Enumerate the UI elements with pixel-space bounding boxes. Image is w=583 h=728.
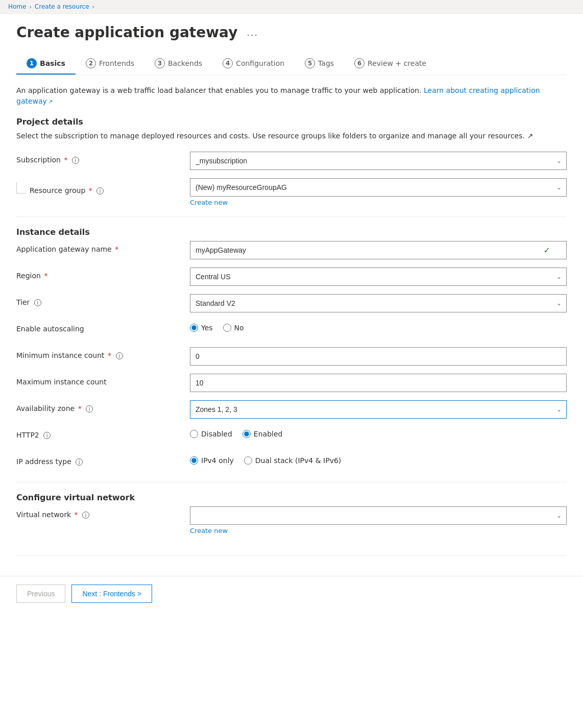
create-new-rg-link[interactable]: Create new: [190, 199, 228, 206]
min-count-info-icon[interactable]: i: [116, 352, 123, 359]
gateway-name-check-icon: ✓: [544, 246, 550, 255]
page-title: Create application gateway: [16, 24, 237, 41]
vnet-info-icon[interactable]: i: [82, 512, 89, 519]
ip-type-ipv4-radio[interactable]: [190, 456, 198, 465]
tier-dropdown-wrapper: Standard V2 ⌄: [190, 294, 567, 312]
avail-zone-select[interactable]: Zones 1, 2, 3: [190, 400, 567, 419]
subscription-label: Subscription: [16, 156, 61, 164]
ip-type-info-icon[interactable]: i: [76, 458, 83, 466]
subscription-select[interactable]: _mysubscription: [190, 152, 567, 170]
previous-button[interactable]: Previous: [16, 585, 65, 603]
ip-type-dual-text: Dual stack (IPv4 & IPv6): [255, 456, 341, 465]
tab-configuration[interactable]: 4 Configuration: [212, 53, 295, 75]
ip-type-radio-group: IPv4 only Dual stack (IPv4 & IPv6): [190, 453, 567, 465]
ip-type-label: IP address type: [16, 457, 71, 466]
http2-disabled-label[interactable]: Disabled: [190, 430, 232, 438]
region-row: Region * Central US ⌄: [16, 268, 567, 286]
tabs-bar: 1 Basics 2 Frontends 3 Backends 4 Config…: [16, 53, 567, 75]
autoscaling-yes-label[interactable]: Yes: [190, 324, 213, 332]
vnet-dropdown-wrapper: ⌄: [190, 506, 567, 525]
vnet-label-col: Virtual network * i: [16, 506, 190, 519]
http2-enabled-label[interactable]: Enabled: [242, 430, 283, 438]
gateway-name-label: Application gateway name: [16, 245, 112, 253]
resource-group-required: *: [89, 186, 92, 195]
ellipsis-button[interactable]: ...: [244, 26, 261, 39]
ip-type-control: IPv4 only Dual stack (IPv4 & IPv6): [190, 453, 567, 465]
max-count-row: Maximum instance count: [16, 374, 567, 392]
tier-select[interactable]: Standard V2: [190, 294, 567, 312]
vnet-label: Virtual network: [16, 511, 71, 519]
avail-zone-dropdown-wrapper: Zones 1, 2, 3 ⌄: [190, 400, 567, 419]
avail-zone-info-icon[interactable]: i: [86, 405, 93, 412]
subscription-dropdown-wrapper: _mysubscription ⌄: [190, 152, 567, 170]
subscription-control: _mysubscription ⌄: [190, 152, 567, 170]
tab-review-create[interactable]: 6 Review + create: [344, 53, 436, 75]
tab-basics[interactable]: 1 Basics: [16, 53, 76, 75]
subscription-info-icon[interactable]: i: [72, 157, 79, 164]
ip-type-ipv4-label[interactable]: IPv4 only: [190, 456, 234, 465]
tier-info-icon[interactable]: i: [34, 299, 41, 306]
subscription-row: Subscription * i _mysubscription ⌄: [16, 152, 567, 170]
autoscaling-yes-radio[interactable]: [190, 324, 198, 332]
resource-group-label-col: Resource group * i: [16, 178, 190, 195]
avail-zone-row: Availability zone * i Zones 1, 2, 3 ⌄: [16, 400, 567, 419]
resource-group-info-icon[interactable]: i: [96, 187, 104, 195]
autoscaling-radio-group: Yes No: [190, 321, 567, 332]
region-control: Central US ⌄: [190, 268, 567, 286]
vnet-select[interactable]: [190, 506, 567, 525]
resource-group-select[interactable]: (New) myResourceGroupAG: [190, 178, 567, 197]
breadcrumb-sep1: ›: [29, 4, 31, 10]
http2-enabled-radio[interactable]: [242, 430, 251, 438]
tab-tags-label: Tags: [318, 59, 334, 67]
tab-frontends[interactable]: 2 Frontends: [76, 53, 144, 75]
project-details-desc: Select the subscription to manage deploy…: [16, 131, 567, 141]
min-count-label: Minimum instance count: [16, 351, 105, 359]
tab-review-number: 6: [354, 58, 365, 68]
instance-details-title: Instance details: [16, 227, 567, 237]
min-count-label-col: Minimum instance count * i: [16, 347, 190, 359]
next-button[interactable]: Next : Frontends >: [71, 585, 152, 603]
tab-backends[interactable]: 3 Backends: [144, 53, 212, 75]
title-row: Create application gateway ...: [16, 24, 567, 41]
ip-type-dual-radio[interactable]: [244, 456, 252, 465]
breadcrumb: Home › Create a resource ›: [8, 3, 575, 10]
http2-disabled-radio[interactable]: [190, 430, 198, 438]
resource-group-label: Resource group: [30, 186, 85, 195]
breadcrumb-sep2: ›: [92, 4, 94, 10]
top-bar: Home › Create a resource ›: [0, 0, 583, 14]
gateway-name-input[interactable]: [190, 241, 567, 259]
region-label-col: Region *: [16, 268, 190, 280]
region-select[interactable]: Central US: [190, 268, 567, 286]
avail-zone-label: Availability zone: [16, 404, 75, 412]
gateway-name-label-col: Application gateway name *: [16, 241, 190, 253]
avail-zone-required: *: [78, 404, 82, 412]
autoscaling-yes-text: Yes: [201, 324, 213, 332]
min-count-row: Minimum instance count * i: [16, 347, 567, 366]
gateway-name-input-wrapper: ✓: [190, 241, 567, 259]
gateway-name-control: ✓: [190, 241, 567, 259]
tab-review-label: Review + create: [368, 59, 426, 67]
http2-info-icon[interactable]: i: [43, 432, 51, 439]
breadcrumb-create-resource[interactable]: Create a resource: [35, 3, 89, 10]
autoscaling-no-radio[interactable]: [223, 324, 231, 332]
max-count-control: [190, 374, 567, 392]
tab-backends-label: Backends: [168, 59, 202, 67]
tier-row: Tier i Standard V2 ⌄: [16, 294, 567, 312]
resource-group-row: Resource group * i (New) myResourceGroup…: [16, 178, 567, 206]
ip-type-dual-label[interactable]: Dual stack (IPv4 & IPv6): [244, 456, 341, 465]
min-count-input[interactable]: [190, 347, 567, 366]
tab-tags[interactable]: 5 Tags: [295, 53, 344, 75]
ip-type-label-col: IP address type i: [16, 453, 190, 466]
create-new-vnet-link[interactable]: Create new: [190, 527, 228, 535]
tier-label: Tier: [16, 298, 30, 306]
resource-group-control: (New) myResourceGroupAG ⌄ Create new: [190, 178, 567, 206]
breadcrumb-home[interactable]: Home: [8, 3, 26, 10]
tab-frontends-number: 2: [86, 58, 96, 68]
tab-basics-label: Basics: [40, 59, 65, 67]
max-count-input[interactable]: [190, 374, 567, 392]
autoscaling-no-label[interactable]: No: [223, 324, 244, 332]
tier-control: Standard V2 ⌄: [190, 294, 567, 312]
avail-zone-control: Zones 1, 2, 3 ⌄: [190, 400, 567, 419]
external-link-icon: ↗: [48, 99, 53, 105]
tab-configuration-number: 4: [223, 58, 233, 68]
